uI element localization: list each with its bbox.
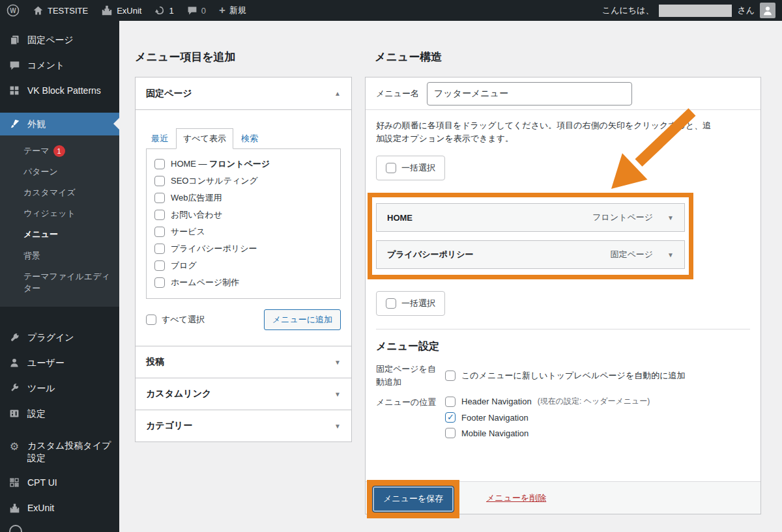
sidebar-item-vk-block-patterns[interactable]: VK Block Patterns (0, 78, 119, 104)
update-icon (154, 5, 165, 16)
new-label: 新規 (229, 5, 246, 16)
page-checkbox[interactable] (154, 159, 165, 169)
submenu-item-widgets[interactable]: ウィジェット (0, 203, 119, 224)
wrench-icon (8, 383, 21, 393)
main-content: メニュー項目を追加 メニュー構造 固定ページ ▲ 最近 すべて表示 検索 HOM… (119, 21, 782, 532)
submenu-item-patterns[interactable]: パターン (0, 161, 119, 182)
page-checkbox[interactable] (154, 244, 165, 254)
wordpress-logo-icon: W (7, 4, 20, 17)
current-menu-notch (113, 118, 119, 130)
redacted-username (659, 5, 732, 17)
tab-search[interactable]: 検索 (236, 129, 263, 148)
grid-icon (8, 85, 21, 96)
comments-menu[interactable]: 0 (181, 0, 212, 21)
tab-recent[interactable]: 最近 (146, 129, 173, 148)
pages-tabs: 最近 すべて表示 検索 (146, 128, 341, 148)
account-menu[interactable]: こんにちは、 さん (602, 3, 782, 18)
collapsed-plugin-icon (9, 525, 22, 532)
comment-bubble-icon (187, 5, 197, 16)
chevron-up-icon[interactable]: ▲ (334, 90, 341, 97)
menu-name-bar: メニュー名 (366, 77, 760, 110)
page-checkbox[interactable] (154, 193, 165, 203)
exunit-label: ExUnit (117, 6, 141, 16)
page-checkbox[interactable] (154, 227, 165, 237)
wp-logo-menu[interactable]: W (0, 0, 26, 21)
sidebar-item-cpt-ui[interactable]: CPT UI (0, 470, 119, 496)
bulk-select-checkbox[interactable] (386, 298, 396, 309)
tab-view-all[interactable]: すべて表示 (176, 128, 233, 149)
bulk-select-bottom: 一括選択 (376, 291, 445, 316)
admin-sidebar: 固定ページ コメント VK Block Patterns 外観 テーマ1 パター… (0, 21, 119, 532)
sliders-icon (8, 408, 21, 419)
list-item: Web広告運用 (154, 189, 340, 206)
auto-add-checkbox[interactable] (445, 371, 456, 381)
new-content-menu[interactable]: + 新規 (212, 0, 253, 21)
gear-icon: ⚙ (8, 440, 21, 453)
menu-structure-panel: メニュー名 好みの順番に各項目をドラッグしてください。項目の右側の矢印をクリック… (365, 77, 761, 514)
sidebar-item-appearance[interactable]: 外観 (0, 113, 119, 135)
accordion-section-categories[interactable]: カテゴリー ▼ (136, 410, 351, 441)
sidebar-item-tools[interactable]: ツール (0, 376, 119, 401)
sidebar-item-settings[interactable]: 設定 (0, 401, 119, 427)
menu-name-input[interactable] (427, 82, 632, 105)
submenu-item-customize[interactable]: カスタマイズ (0, 182, 119, 203)
page-checkbox[interactable] (154, 176, 165, 186)
sidebar-item-exunit[interactable]: ExUnit (0, 496, 119, 521)
site-name: TESTSITE (48, 6, 88, 16)
accordion-section-pages[interactable]: 固定ページ ▲ (136, 77, 351, 109)
list-item: プライバシーポリシー (154, 240, 340, 257)
delete-menu-link[interactable]: メニューを削除 (486, 492, 546, 504)
pages-section-footer: すべて選択 メニューに追加 (146, 309, 341, 330)
menu-item-privacy-policy[interactable]: プライバシーポリシー 固定ページ ▼ (376, 240, 685, 269)
list-item: HOME — フロントページ (154, 156, 340, 173)
page-checkbox[interactable] (154, 260, 165, 271)
sidebar-item-comments[interactable]: コメント (0, 53, 119, 78)
accordion-section-posts[interactable]: 投稿 ▼ (136, 346, 351, 378)
sidebar-item-users[interactable]: ユーザー (0, 350, 119, 376)
sidebar-item-custom-post-type[interactable]: ⚙ カスタム投稿タイプ設定 (0, 433, 119, 471)
exunit-tower-icon (101, 5, 113, 16)
select-all-control: すべて選択 (146, 314, 205, 326)
plus-icon: + (219, 5, 225, 16)
avatar (760, 3, 775, 18)
user-icon (8, 357, 21, 368)
page-checkbox[interactable] (154, 210, 165, 220)
header-navigation-checkbox[interactable] (445, 397, 456, 407)
bulk-select-checkbox[interactable] (386, 163, 396, 173)
update-count: 1 (169, 6, 173, 16)
exunit-toolbar-menu[interactable]: ExUnit (94, 0, 148, 21)
chevron-down-icon[interactable]: ▼ (334, 423, 341, 430)
page-checkbox[interactable] (154, 277, 165, 288)
select-all-checkbox[interactable] (146, 315, 156, 325)
menu-location-setting: メニューの位置 Header Navigation (現在の設定: ヘッダーメニ… (376, 396, 750, 438)
submenu-item-themes[interactable]: テーマ1 (0, 141, 119, 161)
brush-icon (8, 119, 21, 130)
chevron-down-icon[interactable]: ▼ (334, 359, 341, 366)
footer-navigation-checkbox[interactable] (445, 412, 456, 423)
annotation-rectangle: HOME フロントページ ▼ プライバシーポリシー 固定ページ ▼ (368, 193, 693, 279)
list-item: お問い合わせ (154, 206, 340, 223)
accordion-section-custom-links[interactable]: カスタムリンク ▼ (136, 378, 351, 410)
submenu-item-background[interactable]: 背景 (0, 245, 119, 266)
list-item: サービス (154, 223, 340, 240)
submenu-item-theme-editor[interactable]: テーマファイルエディター (0, 266, 119, 299)
menu-structure-body: 好みの順番に各項目をドラッグしてください。項目の右側の矢印をクリックすると、追加… (366, 110, 760, 438)
comment-count: 0 (201, 6, 206, 16)
mobile-navigation-checkbox[interactable] (445, 428, 456, 438)
sidebar-item-pages[interactable]: 固定ページ (0, 27, 119, 53)
chevron-down-icon[interactable]: ▼ (667, 214, 674, 221)
bulk-select-top: 一括選択 (376, 156, 445, 180)
list-item: ブログ (154, 257, 340, 274)
sidebar-item-plugins[interactable]: プラグイン (0, 325, 119, 350)
save-menu-button[interactable]: メニューを保存 (372, 486, 454, 512)
add-menu-items-title: メニュー項目を追加 (135, 49, 236, 64)
site-name-menu[interactable]: TESTSITE (26, 0, 94, 21)
add-to-menu-button[interactable]: メニューに追加 (264, 309, 341, 330)
chevron-down-icon[interactable]: ▼ (334, 391, 341, 398)
current-setting-note: (現在の設定: ヘッダーメニュー) (538, 396, 650, 407)
updates-menu[interactable]: 1 (148, 0, 180, 21)
menu-item-home[interactable]: HOME フロントページ ▼ (376, 203, 685, 232)
page-checklist: HOME — フロントページ SEOコンサルティング Web広告運用 お問い合わ… (146, 148, 341, 299)
submenu-item-menus[interactable]: メニュー (0, 224, 119, 245)
chevron-down-icon[interactable]: ▼ (667, 251, 674, 259)
